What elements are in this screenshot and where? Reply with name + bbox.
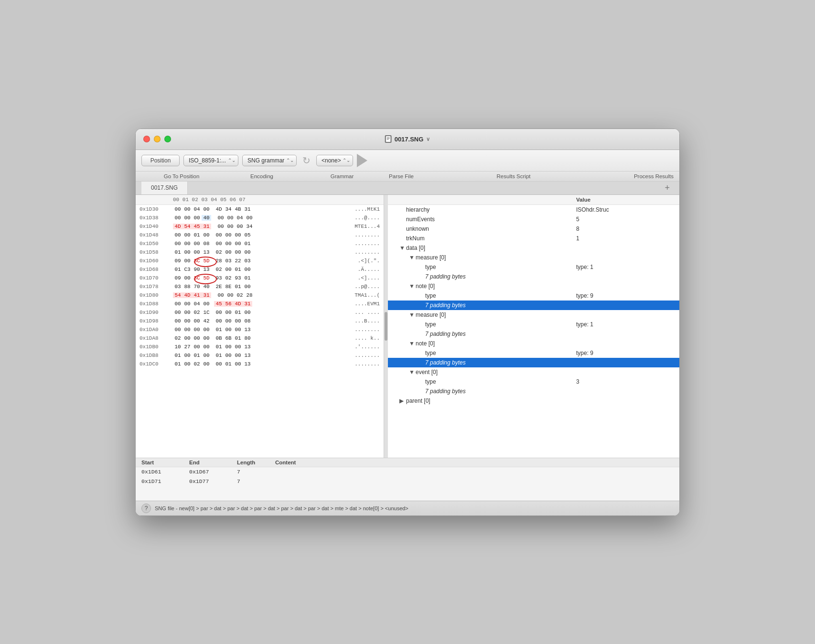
hex-row[interactable]: 0x1D980000004200000008...B.... — [136, 317, 384, 325]
tree-toggle[interactable]: ▼ — [409, 283, 416, 290]
bottom-table-row[interactable]: 0x1D610x1D677 — [136, 467, 679, 477]
hex-byte[interactable]: 00 — [214, 310, 224, 315]
hex-byte[interactable]: 00 — [233, 327, 243, 333]
hex-byte[interactable]: 00 — [224, 310, 233, 315]
hex-byte[interactable]: 01 — [214, 344, 224, 350]
hex-byte[interactable]: 00 — [182, 241, 192, 247]
scrollbar[interactable] — [384, 195, 388, 458]
hex-byte[interactable]: 00 — [173, 232, 182, 238]
hex-row[interactable]: 0x1D404D54453100000034MTE1...4 — [136, 222, 384, 231]
hex-byte[interactable]: 00 — [192, 335, 202, 341]
result-row[interactable]: typetype: 1 — [388, 320, 679, 329]
hex-byte[interactable]: 04 — [192, 301, 202, 307]
hex-byte[interactable]: 0B — [214, 335, 224, 341]
hex-row[interactable]: 0x1D580100001302000000........ — [136, 248, 384, 257]
maximize-button[interactable] — [164, 136, 171, 142]
hex-byte[interactable]: 02 — [192, 361, 202, 367]
hex-byte[interactable]: 03 — [243, 258, 252, 264]
hex-byte[interactable]: 22 — [233, 258, 243, 264]
position-button[interactable]: Position — [141, 155, 180, 166]
hex-byte[interactable]: 4D — [233, 301, 243, 307]
hex-row[interactable]: 0x1D78038870402E8E0100..p@.... — [136, 282, 384, 291]
hex-byte[interactable]: 31 — [202, 292, 211, 298]
tab-add-button[interactable]: + — [661, 182, 674, 194]
hex-byte[interactable]: 00 — [224, 249, 233, 255]
hex-byte[interactable]: 13 — [243, 353, 252, 358]
hex-byte[interactable]: 00 — [233, 361, 243, 367]
results-none-select[interactable]: <none> — [316, 155, 353, 166]
hex-row[interactable]: 0x1D80544D413100000228TMA1...( — [136, 291, 384, 300]
hex-byte[interactable]: 45 — [214, 301, 224, 307]
result-row[interactable]: ▼note [0] — [388, 339, 679, 348]
hex-byte[interactable]: 00 — [224, 241, 233, 247]
result-row[interactable]: unknown8 — [388, 224, 679, 234]
hex-byte[interactable]: 00 — [173, 327, 182, 333]
result-row[interactable]: type3 — [388, 377, 679, 386]
hex-byte[interactable]: 00 — [192, 327, 202, 333]
hex-byte[interactable]: 54 — [182, 224, 192, 229]
hex-byte[interactable]: 01 — [243, 275, 252, 281]
hex-byte[interactable]: 01 — [173, 249, 182, 255]
result-row[interactable]: 7 padding bytes — [388, 386, 679, 396]
hex-byte[interactable]: 00 — [233, 318, 243, 324]
hex-row[interactable]: 0x1D6801C3901302000100.Ä..... — [136, 265, 384, 274]
hex-byte[interactable]: 00 — [233, 241, 243, 247]
hex-byte[interactable]: 31 — [202, 224, 211, 229]
hex-byte[interactable]: 00 — [202, 344, 211, 350]
hex-byte[interactable]: 00 — [182, 206, 192, 212]
hex-byte[interactable]: 01 — [233, 335, 243, 341]
hex-byte[interactable]: 00 — [224, 267, 233, 272]
tree-toggle[interactable]: ▼ — [409, 254, 416, 261]
hex-byte[interactable]: 00 — [235, 224, 245, 229]
hex-byte[interactable]: 00 — [173, 215, 182, 221]
none-select-wrapper[interactable]: <none> ⌃⌄ — [316, 155, 353, 166]
hex-byte[interactable]: 88 — [182, 284, 192, 290]
tree-toggle[interactable]: ▼ — [409, 311, 416, 318]
hex-byte[interactable]: 00 — [245, 215, 254, 221]
hex-byte[interactable]: 02 — [192, 310, 202, 315]
hex-byte[interactable]: 00 — [182, 275, 192, 281]
hex-byte[interactable]: 01 — [173, 361, 182, 367]
hex-byte[interactable]: 00 — [173, 318, 182, 324]
tree-toggle[interactable]: ▼ — [399, 245, 406, 251]
hex-byte[interactable]: 00 — [243, 267, 252, 272]
tree-toggle[interactable]: ▶ — [399, 397, 406, 404]
result-row[interactable]: hierarchyISOhdr.Struc — [388, 205, 679, 215]
reload-button[interactable]: ↻ — [300, 155, 312, 166]
hex-byte[interactable]: 31 — [243, 206, 252, 212]
hex-byte[interactable]: 00 — [202, 232, 211, 238]
hex-byte[interactable]: 01 — [233, 310, 243, 315]
hex-byte[interactable]: 1C — [202, 310, 211, 315]
hex-byte[interactable]: 00 — [182, 310, 192, 315]
hex-byte[interactable]: 13 — [202, 249, 211, 255]
hex-byte[interactable]: 00 — [192, 344, 202, 350]
hex-byte[interactable]: 4D — [173, 224, 182, 229]
encoding-select[interactable]: ISO_8859-1:... — [183, 155, 238, 166]
hex-byte[interactable]: 01 — [233, 284, 243, 290]
help-button[interactable]: ? — [141, 504, 151, 513]
result-row[interactable]: ▶parent [0] — [388, 396, 679, 406]
hex-byte[interactable]: 02 — [235, 292, 245, 298]
hex-byte[interactable]: 00 — [214, 241, 224, 247]
hex-byte[interactable]: 6B — [224, 335, 233, 341]
hex-byte[interactable]: 00 — [243, 249, 252, 255]
tab-0017sng[interactable]: 0017.SNG — [141, 182, 188, 194]
hex-byte[interactable]: 02 — [173, 335, 182, 341]
hex-byte[interactable]: 02 — [214, 249, 224, 255]
hex-byte[interactable]: 00 — [214, 361, 224, 367]
hex-byte[interactable]: 00 — [224, 327, 233, 333]
hex-byte[interactable]: 08 — [243, 318, 252, 324]
hex-row[interactable]: 0x1DA8020000000B6B0180.... k.. — [136, 334, 384, 343]
hex-byte[interactable]: 13 — [243, 361, 252, 367]
hex-byte[interactable]: 00 — [173, 310, 182, 315]
hex-byte[interactable]: 00 — [202, 327, 211, 333]
hex-byte[interactable]: 09 — [173, 258, 182, 264]
hex-byte[interactable]: 00 — [182, 327, 192, 333]
hex-row[interactable]: 0x1D880000040045564D31....EVM1 — [136, 300, 384, 308]
hex-byte[interactable]: 93 — [233, 275, 243, 281]
hex-byte[interactable]: 00 — [202, 301, 211, 307]
hex-byte[interactable]: 5D — [202, 275, 211, 281]
tree-toggle[interactable]: ▼ — [409, 369, 416, 376]
hex-byte[interactable]: 00 — [182, 301, 192, 307]
hex-byte[interactable]: 4D — [182, 292, 192, 298]
